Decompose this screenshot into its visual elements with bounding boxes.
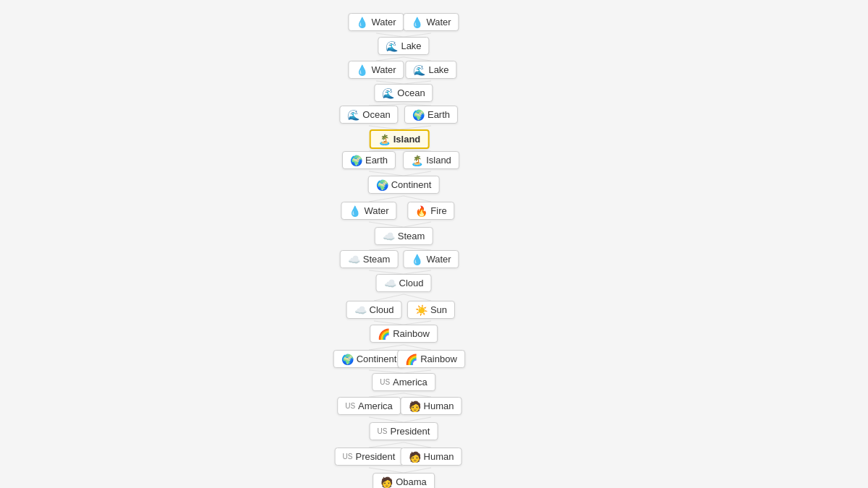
node-label-ocean2: Ocean [362, 109, 390, 120]
node-label-cloud2: Cloud [370, 304, 394, 315]
node-america2[interactable]: USAmerica [337, 397, 401, 415]
node-label-continent2: Continent [357, 354, 397, 364]
svg-line-16 [369, 222, 404, 227]
node-icon-ocean1: 🌊 [382, 88, 394, 98]
node-lake1[interactable]: 🌊Lake [378, 37, 429, 55]
node-fire1[interactable]: 🔥Fire [407, 202, 454, 220]
svg-line-26 [369, 345, 404, 350]
node-icon-earth2: 🌍 [350, 155, 362, 166]
node-icon-rainbow1: 🌈 [378, 329, 390, 339]
node-steam2[interactable]: ☁️Steam [340, 250, 399, 268]
node-lake2[interactable]: 🌊Lake [405, 61, 456, 79]
node-icon-earth1: 🌍 [412, 110, 425, 120]
node-label-water1: Water [371, 17, 396, 27]
node-water4[interactable]: 💧Water [341, 202, 396, 220]
node-icon-water1: 💧 [356, 17, 368, 27]
node-rainbow2[interactable]: 🌈Rainbow [397, 350, 465, 368]
node-icon-island2: 🏝️ [411, 155, 423, 166]
node-label-continent1: Continent [391, 179, 432, 190]
node-label-human1: Human [424, 401, 454, 411]
node-label-lake2: Lake [428, 64, 448, 75]
svg-line-27 [404, 345, 431, 350]
node-label-island2: Island [426, 155, 451, 166]
node-earth2[interactable]: 🌍Earth [342, 151, 396, 169]
node-icon-steam2: ☁️ [348, 254, 360, 265]
node-label-president2: President [355, 451, 395, 462]
node-sun1[interactable]: ☀️Sun [407, 301, 455, 319]
node-label-water5: Water [426, 254, 451, 265]
node-label-fire1: Fire [430, 205, 446, 216]
node-steam1[interactable]: ☁️Steam [375, 227, 433, 245]
node-icon-water4: 💧 [349, 206, 361, 216]
svg-line-32 [369, 417, 404, 422]
node-flag-president1: US [378, 427, 388, 435]
svg-line-17 [404, 222, 431, 227]
svg-line-14 [369, 196, 404, 202]
node-icon-sun1: ☀️ [415, 305, 427, 315]
node-label-ocean1: Ocean [397, 87, 425, 98]
svg-line-15 [404, 196, 431, 202]
svg-line-22 [374, 294, 404, 301]
node-america1[interactable]: USAmerica [372, 373, 435, 391]
svg-line-36 [369, 468, 404, 473]
node-ocean2[interactable]: 🌊Ocean [339, 106, 398, 124]
node-icon-water5: 💧 [411, 254, 423, 265]
node-label-sun1: Sun [430, 304, 447, 315]
node-water5[interactable]: 💧Water [403, 250, 459, 268]
node-island2[interactable]: 🏝️Island [403, 151, 459, 169]
node-island1[interactable]: 🏝️Island [370, 129, 430, 149]
svg-line-23 [404, 294, 431, 301]
node-ocean1[interactable]: 🌊Ocean [374, 84, 433, 102]
node-water1[interactable]: 💧Water [348, 13, 404, 31]
node-label-human2: Human [424, 451, 454, 462]
node-icon-human2: 🧑 [409, 452, 421, 462]
node-flag-america1: US [380, 378, 390, 386]
node-label-water3: Water [371, 64, 396, 75]
node-label-earth2: Earth [365, 155, 388, 166]
node-label-rainbow1: Rainbow [393, 328, 430, 339]
node-human2[interactable]: 🧑Human [401, 448, 462, 466]
node-icon-lake2: 🌊 [413, 65, 425, 75]
graph-container: 💧Water💧Water🌊Lake💧Water🌊Lake🌊Ocean🌊Ocean… [0, 0, 868, 488]
node-icon-lake1: 🌊 [386, 41, 398, 51]
node-water3[interactable]: 💧Water [348, 61, 404, 79]
svg-line-35 [404, 442, 431, 448]
graph-inner: 💧Water💧Water🌊Lake💧Water🌊Lake🌊Ocean🌊Ocean… [0, 0, 868, 488]
node-icon-water2: 💧 [411, 17, 423, 27]
node-icon-continent2: 🌍 [341, 354, 354, 364]
node-icon-obama1: 🧑 [380, 477, 393, 487]
node-president1[interactable]: USPresident [370, 422, 438, 440]
node-cloud2[interactable]: ☁️Cloud [346, 301, 402, 319]
node-icon-fire1: 🔥 [415, 206, 427, 216]
node-icon-rainbow2: 🌈 [405, 354, 417, 364]
node-president2[interactable]: USPresident [335, 448, 404, 466]
node-flag-president2: US [343, 453, 353, 461]
node-label-obama1: Obama [396, 476, 427, 487]
node-water2[interactable]: 💧Water [403, 13, 459, 31]
node-icon-water3: 💧 [356, 65, 368, 75]
node-label-earth1: Earth [427, 109, 450, 120]
node-label-water2: Water [426, 17, 451, 27]
node-icon-cloud2: ☁️ [354, 305, 367, 315]
node-rainbow1[interactable]: 🌈Rainbow [370, 325, 438, 343]
node-label-water4: Water [364, 205, 388, 216]
svg-line-33 [404, 417, 431, 422]
node-flag-america2: US [345, 402, 355, 410]
node-label-island1: Island [393, 134, 421, 145]
node-label-america1: America [393, 377, 427, 388]
node-label-cloud1: Cloud [399, 278, 424, 288]
node-earth1[interactable]: 🌍Earth [404, 106, 458, 124]
node-continent1[interactable]: 🌍Continent [368, 176, 440, 194]
node-icon-steam1: ☁️ [383, 231, 395, 241]
node-label-america2: America [358, 401, 393, 411]
node-label-president1: President [390, 426, 430, 437]
node-continent2[interactable]: 🌍Continent [333, 350, 405, 368]
node-human1[interactable]: 🧑Human [401, 397, 462, 415]
node-label-steam1: Steam [398, 231, 425, 241]
node-cloud1[interactable]: ☁️Cloud [376, 274, 432, 292]
node-obama1[interactable]: 🧑Obama [373, 473, 435, 488]
node-label-lake1: Lake [401, 40, 421, 51]
svg-line-37 [404, 468, 431, 473]
node-icon-ocean2: 🌊 [347, 110, 359, 120]
node-icon-island1: 🏝️ [378, 134, 391, 145]
